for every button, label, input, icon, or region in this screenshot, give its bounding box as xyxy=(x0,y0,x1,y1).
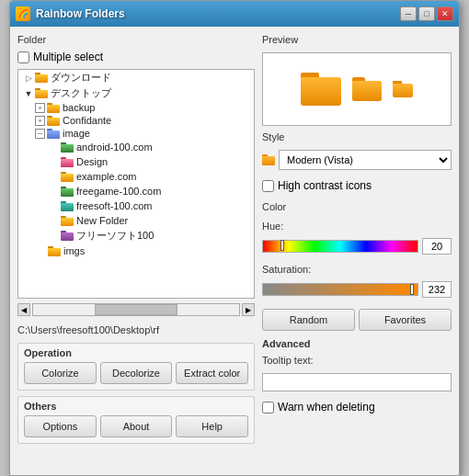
saturation-label: Saturation: xyxy=(262,264,452,275)
warn-row: Warn when deleting xyxy=(262,401,452,414)
expand-icon xyxy=(48,155,61,168)
favorites-button[interactable]: Favorites xyxy=(359,309,452,331)
tree-item-label: image xyxy=(63,128,90,139)
saturation-row: 232 xyxy=(262,281,452,298)
tree-item-label: デスクトップ xyxy=(51,86,111,100)
titlebar: 🌈 Rainbow Folders ─ □ ✕ xyxy=(10,1,459,27)
folder-icon xyxy=(61,231,74,241)
operation-buttons: Colorize Decolorize Extract color xyxy=(24,362,248,384)
folder-icon xyxy=(47,103,60,113)
style-select[interactable]: Modern (Vista) Classic Flat xyxy=(279,150,452,170)
close-button[interactable]: ✕ xyxy=(437,6,453,21)
others-buttons: Options About Help xyxy=(24,415,248,437)
style-select-row: Modern (Vista) Classic Flat xyxy=(262,150,452,170)
tree-item-label: Confidante xyxy=(63,115,111,126)
tree-item-label: Design xyxy=(76,156,108,167)
folder-icon xyxy=(35,88,48,98)
list-item[interactable]: ─ image xyxy=(18,127,254,140)
high-contrast-checkbox[interactable] xyxy=(262,180,274,192)
others-label: Others xyxy=(24,401,248,412)
folder-icon xyxy=(61,201,74,211)
colorize-button[interactable]: Colorize xyxy=(24,362,97,384)
random-button[interactable]: Random xyxy=(262,309,355,331)
options-button[interactable]: Options xyxy=(24,415,97,437)
preview-folder-small xyxy=(393,81,413,97)
tree-item-label: freegame-100.com xyxy=(76,186,161,197)
multiple-select-checkbox[interactable] xyxy=(17,51,29,63)
help-button[interactable]: Help xyxy=(176,415,248,437)
list-item[interactable]: Design xyxy=(18,154,254,169)
list-item[interactable]: + backup xyxy=(18,101,254,114)
high-contrast-label: High contrast icons xyxy=(278,179,372,192)
extract-color-button[interactable]: Extract color xyxy=(176,362,248,384)
decolorize-button[interactable]: Decolorize xyxy=(100,362,173,384)
folder-icon xyxy=(61,157,74,167)
folder-tree[interactable]: ▷ ダウンロード ▼ デスクトップ + backup + Con xyxy=(17,69,255,299)
folder-icon xyxy=(61,187,74,197)
saturation-slider[interactable] xyxy=(262,283,418,296)
folder-icon xyxy=(35,73,48,83)
tree-item-label: New Folder xyxy=(76,215,128,226)
list-item[interactable]: example.com xyxy=(18,169,254,184)
folder-section-label: Folder xyxy=(17,34,255,45)
operation-label: Operation xyxy=(24,347,248,358)
hue-slider-container[interactable] xyxy=(262,240,418,253)
expand-icon xyxy=(35,244,48,257)
list-item[interactable]: freesoft-100.com xyxy=(18,198,254,213)
list-item[interactable]: フリーソフト100 xyxy=(18,228,254,244)
about-button[interactable]: About xyxy=(100,415,173,437)
scroll-right-btn[interactable]: ▶ xyxy=(242,303,255,316)
saturation-value[interactable]: 232 xyxy=(422,281,452,298)
list-item[interactable]: imgs xyxy=(18,244,254,258)
tooltip-label: Tooltip text: xyxy=(262,355,452,366)
folder-icon xyxy=(61,172,74,182)
hue-value[interactable]: 20 xyxy=(422,238,452,255)
others-group: Others Options About Help xyxy=(17,396,255,444)
expand-icon: + xyxy=(35,103,45,113)
advanced-label: Advanced xyxy=(262,338,452,349)
minimize-button[interactable]: ─ xyxy=(400,6,417,21)
list-item[interactable]: android-100.com xyxy=(18,140,254,154)
tree-item-label: backup xyxy=(63,102,95,113)
style-label: Style xyxy=(262,131,452,142)
multiple-select-row: Multiple select xyxy=(17,51,255,63)
expand-icon: ▼ xyxy=(22,87,35,100)
random-fav-row: Random Favorites xyxy=(262,309,452,331)
scroll-left-btn[interactable]: ◀ xyxy=(17,303,30,316)
tree-item-label: フリーソフト100 xyxy=(76,229,154,243)
warn-deleting-label: Warn when deleting xyxy=(278,401,375,414)
tree-item-label: imgs xyxy=(63,245,85,256)
preview-box xyxy=(262,52,452,126)
hscrollbar[interactable] xyxy=(32,303,240,316)
list-item[interactable]: ▼ デスクトップ xyxy=(18,85,254,101)
folder-icon xyxy=(48,246,61,256)
hue-row: 20 xyxy=(262,238,452,255)
hscroll-thumb xyxy=(95,304,177,315)
expand-icon xyxy=(48,170,61,183)
path-label: C:\Users\freesoft100\Desktop\rf xyxy=(17,323,255,337)
expand-icon xyxy=(48,185,61,198)
multiple-select-label: Multiple select xyxy=(33,51,103,63)
expand-icon xyxy=(48,214,61,227)
main-content: Folder Multiple select ▷ ダウンロード ▼ デスクトップ xyxy=(10,27,459,475)
tooltip-input[interactable] xyxy=(262,373,452,391)
preview-label: Preview xyxy=(262,34,452,45)
list-item[interactable]: freegame-100.com xyxy=(18,184,254,198)
tree-item-label: freesoft-100.com xyxy=(76,200,153,211)
expand-icon xyxy=(48,141,61,153)
list-item[interactable]: New Folder xyxy=(18,213,254,228)
style-folder-icon xyxy=(262,154,275,165)
saturation-thumb xyxy=(410,284,414,295)
list-item[interactable]: ▷ ダウンロード xyxy=(18,70,254,85)
preview-folder-large xyxy=(301,73,341,106)
main-window: 🌈 Rainbow Folders ─ □ ✕ Folder Multiple … xyxy=(9,0,460,476)
right-panel: Preview Style Modern (Vista) Classic Fla… xyxy=(262,34,452,468)
list-item[interactable]: + Confidante xyxy=(18,114,254,127)
warn-deleting-checkbox[interactable] xyxy=(262,402,274,414)
window-title: Rainbow Folders xyxy=(36,7,125,20)
folder-icon xyxy=(61,142,74,153)
titlebar-buttons: ─ □ ✕ xyxy=(400,6,453,21)
color-section-label: Color xyxy=(262,201,452,212)
maximize-button[interactable]: □ xyxy=(418,6,435,21)
expand-icon: + xyxy=(35,116,45,126)
